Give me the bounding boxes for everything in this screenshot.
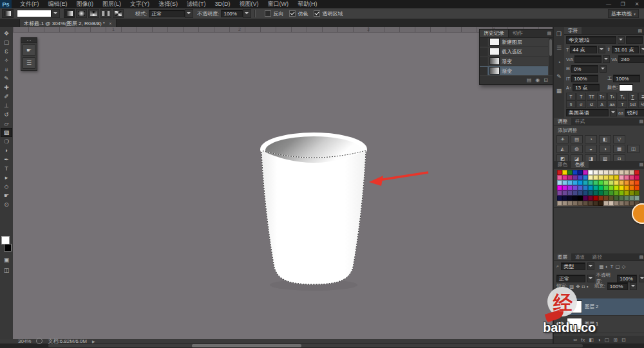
tab-actions[interactable]: 动作 xyxy=(509,30,527,37)
status-flyout-icon[interactable]: ▶ xyxy=(92,339,95,343)
tab-adjustments[interactable]: 调整 xyxy=(554,118,571,125)
proportional-select[interactable]: 0% xyxy=(571,65,598,73)
window-restore-button[interactable]: ❐ xyxy=(616,0,630,8)
color-swatch[interactable] xyxy=(619,201,624,206)
color-swatch[interactable] xyxy=(598,190,603,196)
gradient-tool[interactable]: ▨ xyxy=(1,128,12,137)
color-swatch[interactable] xyxy=(578,185,583,190)
menu-item-7[interactable]: 3D(D) xyxy=(211,0,235,8)
color-swatch[interactable] xyxy=(588,196,593,201)
layer-effects-icon[interactable]: fx xyxy=(581,338,585,343)
color-swatch[interactable] xyxy=(578,201,583,206)
blend-mode-dropdown[interactable] xyxy=(587,275,594,282)
color-swatch[interactable] xyxy=(573,175,578,180)
adjustment-icon-button[interactable]: ◫ xyxy=(627,145,639,153)
panel-menu-icon[interactable]: ▤ xyxy=(639,118,643,125)
tab-styles[interactable]: 样式 xyxy=(571,118,589,125)
color-swatch[interactable] xyxy=(557,185,562,190)
color-swatch[interactable] xyxy=(619,185,624,190)
horizontal-scrollbar[interactable] xyxy=(0,343,644,348)
leading-dropdown[interactable] xyxy=(640,46,644,53)
color-swatch[interactable] xyxy=(634,175,639,180)
kerning-dropdown[interactable] xyxy=(603,55,610,63)
type-style-button-5[interactable]: T₁ xyxy=(618,93,627,100)
color-swatch[interactable] xyxy=(609,175,614,180)
layer-filter-icon-2[interactable]: T xyxy=(611,264,614,270)
color-swatch[interactable] xyxy=(562,180,567,185)
antialias-select[interactable]: 锐利 xyxy=(625,109,644,116)
color-swatch[interactable] xyxy=(588,170,593,175)
color-swatch[interactable] xyxy=(603,180,609,185)
adjustment-icon-button[interactable]: ◑ xyxy=(599,145,611,153)
color-swatch[interactable] xyxy=(609,190,614,196)
lock-icon-3[interactable]: ▪ xyxy=(587,284,589,289)
color-swatch[interactable] xyxy=(573,201,578,206)
type-style-button-0[interactable]: T xyxy=(566,93,576,100)
filter-type-select[interactable]: 类型 xyxy=(561,262,585,270)
color-swatch[interactable] xyxy=(567,196,573,201)
color-swatch[interactable] xyxy=(557,175,562,180)
history-brush-source-box[interactable] xyxy=(480,38,488,46)
history-brush-source-box[interactable] xyxy=(480,48,488,56)
color-swatch[interactable] xyxy=(603,190,609,196)
color-swatch[interactable] xyxy=(583,180,588,185)
brush-tool[interactable]: ✐ xyxy=(1,92,12,101)
color-swatch[interactable] xyxy=(567,180,573,185)
color-swatch[interactable] xyxy=(619,190,624,196)
color-swatch[interactable] xyxy=(603,196,609,201)
color-swatch[interactable] xyxy=(593,190,598,196)
menu-item-9[interactable]: 窗口(W) xyxy=(263,0,294,8)
mode-select[interactable]: 正常 xyxy=(149,10,185,17)
move-tool[interactable]: ✥ xyxy=(1,29,12,38)
adjustment-icon-button[interactable]: ◍ xyxy=(571,145,583,153)
color-swatch[interactable] xyxy=(562,175,567,180)
history-brush-source-box[interactable] xyxy=(480,67,488,75)
color-swatch[interactable] xyxy=(624,185,629,190)
adjustment-icon-button[interactable]: ▽ xyxy=(613,135,625,143)
horizontal-scale-input[interactable]: 100% xyxy=(613,75,640,82)
window-close-button[interactable]: ✕ xyxy=(630,0,644,8)
color-swatch[interactable] xyxy=(624,201,629,206)
opentype-button-0[interactable]: fi xyxy=(566,100,576,108)
color-swatch[interactable] xyxy=(567,185,573,190)
collapsed-panel-icon-2[interactable]: ☰ xyxy=(554,41,564,55)
type-style-button-4[interactable]: T¹ xyxy=(607,93,617,100)
gradient-preset-dropdown[interactable] xyxy=(52,9,60,18)
close-tab-icon[interactable]: × xyxy=(109,21,112,26)
mode-dropdown[interactable] xyxy=(185,9,193,18)
history-state-0[interactable]: 新建图层 xyxy=(480,37,548,47)
panel-menu-icon[interactable]: ▤ xyxy=(638,27,642,34)
opentype-button-5[interactable]: T xyxy=(618,100,627,108)
color-swatch[interactable] xyxy=(609,196,614,201)
color-swatch[interactable] xyxy=(557,170,562,175)
color-swatch[interactable] xyxy=(593,180,598,185)
color-swatch[interactable] xyxy=(583,175,588,180)
workspace-switcher[interactable]: 基本功能 ▾ xyxy=(608,9,639,18)
color-swatch[interactable] xyxy=(583,170,588,175)
color-swatch[interactable] xyxy=(614,180,619,185)
color-swatch[interactable] xyxy=(557,190,562,196)
color-swatch[interactable] xyxy=(573,185,578,190)
language-dropdown[interactable] xyxy=(610,109,617,116)
baseline-shift-input[interactable]: 13 点 xyxy=(573,84,600,91)
color-swatch[interactable] xyxy=(624,196,629,201)
color-swatch[interactable] xyxy=(573,170,578,175)
canvas-area[interactable]: 1234 xyxy=(13,27,553,339)
history-brush-source-box[interactable] xyxy=(480,57,488,66)
layer-filter-icon-4[interactable]: ◇ xyxy=(622,264,626,270)
color-swatch[interactable] xyxy=(557,180,562,185)
panel-menu-icon[interactable]: ▤ xyxy=(547,31,551,36)
layer-opacity-select[interactable]: 100% xyxy=(617,275,636,282)
color-swatch[interactable] xyxy=(598,196,603,201)
pen-tool[interactable]: ✒ xyxy=(1,155,12,164)
menu-item-2[interactable]: 图像(I) xyxy=(72,0,99,8)
color-swatch[interactable] xyxy=(619,180,624,185)
color-swatch[interactable] xyxy=(562,196,567,201)
color-swatch[interactable] xyxy=(562,190,567,196)
color-swatch[interactable] xyxy=(588,175,593,180)
color-swatch[interactable] xyxy=(583,185,588,190)
foreground-color-swatch[interactable] xyxy=(1,236,10,244)
color-swatch[interactable] xyxy=(634,180,639,185)
color-swatch[interactable] xyxy=(593,201,598,206)
tab-color[interactable]: 颜色 xyxy=(554,161,571,168)
